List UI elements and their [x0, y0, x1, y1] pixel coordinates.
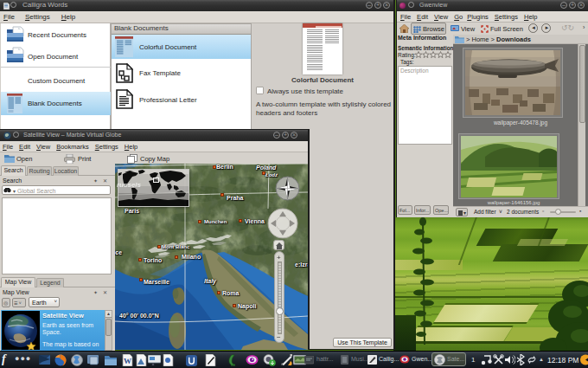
svg-text:W: W — [124, 357, 131, 365]
